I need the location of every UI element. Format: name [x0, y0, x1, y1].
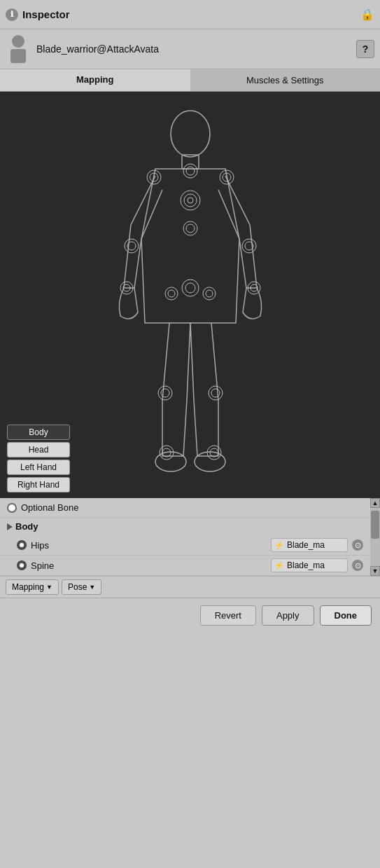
- lock-icon[interactable]: 🔒: [360, 8, 374, 21]
- avatar-canvas: Body Head Left Hand Right Hand: [0, 92, 380, 498]
- svg-point-12: [188, 198, 193, 203]
- scrollbar[interactable]: ▲ ▼: [370, 498, 380, 576]
- right-hand-button[interactable]: Right Hand: [7, 477, 70, 492]
- left-hand-button[interactable]: Left Hand: [7, 460, 70, 475]
- bottom-toolbar: Mapping ▼ Pose ▼: [0, 576, 380, 598]
- bone-list-area: Optional Bone Body Hips ⚡ Blade_ma ⊙ Spi…: [0, 498, 380, 576]
- collapse-triangle-icon: [7, 523, 13, 530]
- scroll-up-arrow[interactable]: ▲: [370, 498, 380, 508]
- avatar-head-shape: [12, 35, 24, 48]
- body-section-label: Body: [15, 521, 38, 532]
- tab-mapping[interactable]: Mapping: [0, 69, 190, 91]
- page-title: Inspector: [22, 8, 70, 20]
- svg-point-22: [168, 290, 175, 297]
- body-outline-svg: [92, 99, 288, 491]
- body-button[interactable]: Body: [7, 425, 70, 440]
- revert-button[interactable]: Revert: [200, 605, 256, 626]
- svg-point-10: [181, 191, 200, 210]
- mapping-dropdown[interactable]: Mapping ▼: [6, 579, 59, 595]
- svg-point-32: [211, 389, 220, 397]
- hips-field[interactable]: ⚡ Blade_ma: [271, 538, 348, 552]
- spine-label: Spine: [31, 560, 267, 571]
- head-button[interactable]: Head: [7, 442, 70, 457]
- hips-remove-button[interactable]: ⊙: [352, 539, 363, 551]
- body-section-header[interactable]: Body: [0, 518, 370, 535]
- help-button[interactable]: ?: [356, 40, 374, 58]
- tab-muscles[interactable]: Muscles & Settings: [190, 69, 381, 91]
- inspector-header: ℹ Inspector 🔒: [0, 0, 380, 29]
- pose-dropdown[interactable]: Pose ▼: [62, 579, 101, 595]
- svg-point-31: [209, 386, 223, 400]
- svg-point-17: [242, 239, 256, 253]
- mapping-dropdown-label: Mapping: [12, 582, 44, 592]
- svg-point-13: [183, 221, 197, 235]
- avatar-body-shape: [10, 49, 26, 63]
- optional-bone-radio[interactable]: [7, 503, 17, 513]
- avatar-figure: [6, 34, 31, 64]
- tabs-row: Mapping Muscles & Settings: [0, 69, 380, 92]
- svg-point-5: [186, 167, 195, 175]
- svg-point-19: [182, 280, 199, 296]
- svg-point-11: [184, 194, 197, 207]
- svg-point-24: [206, 290, 213, 297]
- spine-radio[interactable]: [17, 560, 27, 570]
- optional-bone-row: Optional Bone: [0, 498, 370, 518]
- canvas-buttons: Body Head Left Hand Right Hand: [7, 425, 70, 492]
- scroll-track: [370, 508, 380, 566]
- action-buttons: Revert Apply Done: [0, 598, 380, 633]
- svg-point-23: [203, 287, 216, 300]
- svg-point-29: [158, 386, 172, 400]
- spine-remove-button[interactable]: ⊙: [352, 560, 363, 571]
- svg-point-20: [185, 283, 195, 293]
- spine-field-value: Blade_ma: [287, 560, 344, 570]
- scroll-down-arrow[interactable]: ▼: [370, 566, 380, 576]
- scroll-thumb[interactable]: [371, 511, 379, 539]
- hips-bone-row: Hips ⚡ Blade_ma ⊙: [0, 535, 370, 556]
- hips-radio[interactable]: [17, 540, 27, 550]
- avatar-row: Blade_warrior@AttackAvata ?: [0, 29, 380, 69]
- pose-dropdown-label: Pose: [68, 582, 87, 592]
- svg-point-14: [186, 224, 195, 233]
- svg-point-30: [161, 389, 169, 397]
- bone-avatar-icon-2: ⚡: [274, 561, 284, 570]
- spine-bone-row: Spine ⚡ Blade_ma ⊙: [0, 556, 370, 576]
- info-icon: ℹ: [6, 8, 18, 21]
- mapping-dropdown-arrow-icon: ▼: [46, 584, 52, 591]
- optional-bone-label: Optional Bone: [21, 502, 78, 513]
- svg-point-4: [183, 164, 197, 178]
- bone-avatar-icon: ⚡: [274, 541, 284, 550]
- header-left: ℹ Inspector: [6, 8, 70, 21]
- apply-button[interactable]: Apply: [262, 605, 314, 626]
- done-button[interactable]: Done: [320, 605, 372, 626]
- svg-point-0: [171, 111, 210, 157]
- avatar-name: Blade_warrior@AttackAvata: [36, 43, 351, 55]
- hips-field-value: Blade_ma: [287, 540, 344, 550]
- spine-field[interactable]: ⚡ Blade_ma: [271, 558, 348, 572]
- svg-point-21: [165, 287, 178, 300]
- svg-point-15: [125, 239, 139, 253]
- pose-dropdown-arrow-icon: ▼: [89, 584, 95, 591]
- hips-label: Hips: [31, 540, 267, 551]
